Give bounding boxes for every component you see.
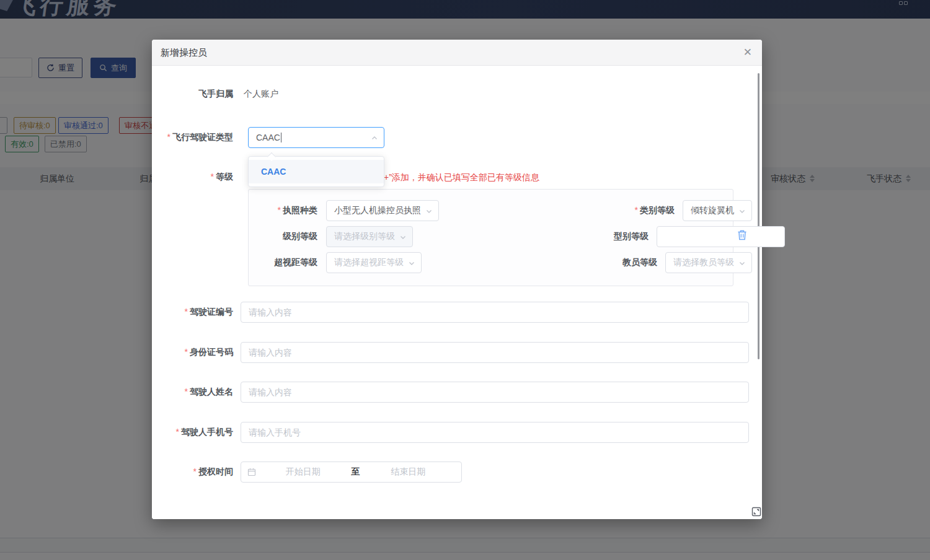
scrollbar-thumb[interactable] (758, 73, 760, 359)
dialog-title: 新增操控员 (161, 40, 207, 66)
date-separator: 至 (350, 466, 361, 478)
class-level-label: 级别等级 (249, 231, 317, 242)
add-operator-dialog: 新增操控员 ✕ 飞手归属 个人账户 *飞行驾驶证类型 CAAC *等级 (152, 40, 762, 519)
pilot-name-label-text: 驾驶人姓名 (190, 387, 233, 396)
auth-time-label: *授权时间 (152, 466, 241, 478)
required-mark: * (167, 132, 170, 142)
instructor-level-label: 教员等级 (588, 257, 657, 268)
id-no-label: *身份证号码 (152, 347, 241, 358)
text-cursor (281, 133, 281, 142)
chevron-down-icon (738, 259, 746, 269)
level-warning-text: +”添加，并确认已填写全部已有等级信息 (384, 172, 539, 183)
close-icon[interactable]: ✕ (743, 40, 752, 66)
license-kind-select[interactable]: 小型无人机操控员执照 (326, 200, 439, 221)
id-no-input[interactable] (241, 342, 749, 363)
bvlos-level-select[interactable]: 请选择超视距等级 (326, 252, 422, 273)
field-row-license-type: *飞行驾驶证类型 (152, 127, 749, 148)
bvlos-level-label: 超视距等级 (249, 257, 317, 268)
level-group-box: *执照种类 小型无人机操控员执照 *类别等级 倾转旋翼机 级别等级 请选择级别等… (248, 189, 733, 286)
pilot-owner-label: 飞手归属 (152, 89, 241, 100)
license-no-label-text: 驾驶证编号 (190, 307, 233, 317)
required-mark: * (278, 205, 281, 215)
class-level-select[interactable]: 请选择级别等级 (326, 226, 413, 247)
level-box-row-1: *执照种类 小型无人机操控员执照 *类别等级 倾转旋翼机 (249, 200, 733, 221)
license-type-select[interactable]: CAAC (248, 127, 384, 148)
category-level-select[interactable]: 倾转旋翼机 (683, 200, 752, 221)
field-row-pilot-phone: *驾驶人手机号 (152, 422, 749, 443)
field-row-id-no: *身份证号码 (152, 342, 749, 363)
fullscreen-toggle-button[interactable] (751, 507, 761, 517)
level-box-row-3: 超视距等级 请选择超视距等级 教员等级 请选择教员等级 (249, 252, 733, 273)
required-mark: * (635, 205, 638, 215)
chevron-down-icon (425, 207, 433, 217)
category-level-value: 倾转旋翼机 (691, 205, 734, 216)
instructor-level-select[interactable]: 请选择教员等级 (665, 252, 752, 273)
page-root: 飞行服务 重置 查询 待审核:0 审核通过:0 审核不通过:0 有效:0 已禁用… (0, 0, 930, 560)
field-row-pilot-owner: 飞手归属 个人账户 (152, 87, 749, 102)
class-level-placeholder: 请选择级别等级 (334, 231, 395, 242)
pilot-phone-label-text: 驾驶人手机号 (181, 427, 233, 437)
field-row-license-no: *驾驶证编号 (152, 302, 749, 323)
chevron-down-icon (399, 233, 407, 243)
license-type-label: *飞行驾驶证类型 (152, 132, 241, 143)
calendar-icon (247, 468, 256, 476)
model-level-input[interactable] (657, 226, 785, 247)
license-kind-label: *执照种类 (249, 205, 317, 216)
category-level-label: *类别等级 (606, 205, 675, 216)
bvlos-level-placeholder: 请选择超视距等级 (334, 257, 404, 268)
model-level-label: 型别等级 (580, 231, 649, 242)
license-type-label-text: 飞行驾驶证类型 (172, 132, 233, 142)
instructor-level-placeholder: 请选择教员等级 (673, 257, 734, 268)
license-type-dropdown: CAAC (248, 156, 384, 187)
dialog-header: 新增操控员 ✕ (152, 40, 762, 66)
level-label-text: 等级 (216, 172, 233, 182)
pilot-name-label: *驾驶人姓名 (152, 387, 241, 398)
dropdown-option-caac[interactable]: CAAC (249, 160, 384, 183)
license-kind-label-text: 执照种类 (283, 205, 317, 215)
required-mark: * (211, 172, 214, 182)
level-box-row-2: 级别等级 请选择级别等级 型别等级 (249, 226, 733, 247)
start-date-placeholder[interactable]: 开始日期 (256, 466, 350, 478)
required-mark: * (193, 466, 197, 476)
field-row-auth-time: *授权时间 开始日期 至 结束日期 (152, 462, 749, 483)
auth-time-label-text: 授权时间 (198, 466, 233, 476)
field-row-pilot-name: *驾驶人姓名 (152, 382, 749, 403)
trash-icon (737, 229, 748, 241)
license-type-value: CAAC (256, 133, 280, 142)
dialog-body: 飞手归属 个人账户 *飞行驾驶证类型 CAAC *等级 +”添加，并确认已填写全… (152, 66, 762, 519)
required-mark: * (176, 427, 179, 437)
license-no-label: *驾驶证编号 (152, 307, 241, 318)
category-level-label-text: 类别等级 (640, 205, 675, 215)
id-no-label-text: 身份证号码 (190, 347, 233, 357)
end-date-placeholder[interactable]: 结束日期 (361, 466, 456, 478)
required-mark: * (185, 387, 188, 396)
pilot-phone-label: *驾驶人手机号 (152, 427, 241, 438)
pilot-name-input[interactable] (241, 382, 749, 403)
chevron-up-icon (371, 134, 378, 144)
license-kind-value: 小型无人机操控员执照 (334, 205, 421, 216)
license-no-input[interactable] (241, 302, 749, 323)
pilot-phone-input[interactable] (241, 422, 749, 443)
expand-icon (751, 507, 761, 517)
chevron-down-icon (738, 207, 746, 217)
level-label: *等级 (152, 172, 241, 183)
required-mark: * (185, 347, 188, 357)
required-mark: * (185, 307, 188, 317)
delete-level-button[interactable] (737, 229, 748, 241)
auth-time-daterange[interactable]: 开始日期 至 结束日期 (241, 462, 462, 483)
pilot-owner-value: 个人账户 (244, 89, 278, 100)
chevron-down-icon (408, 259, 415, 269)
